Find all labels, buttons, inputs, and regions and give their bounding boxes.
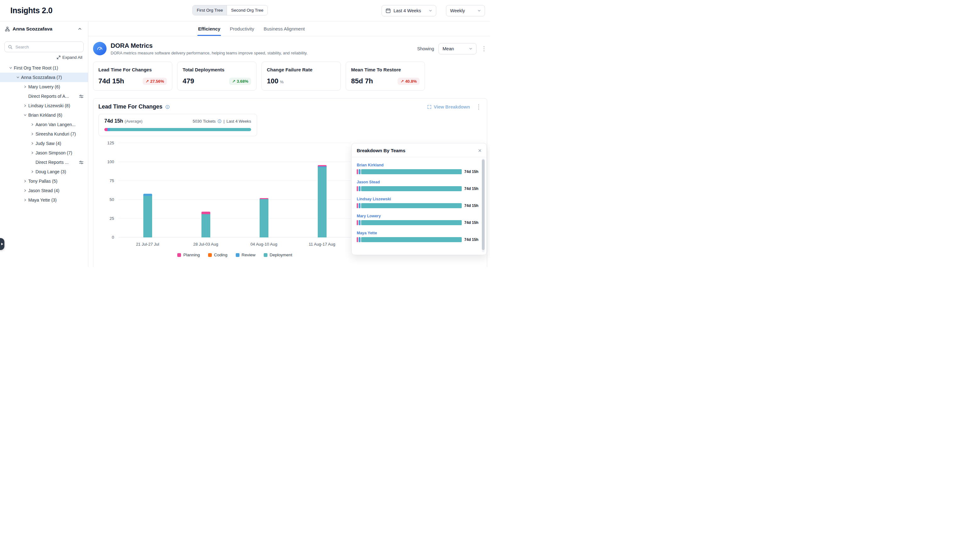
sidebar-root-user: Anna Scozzafava xyxy=(13,26,52,32)
top-bar: Insights 2.0 First Org TreeSecond Org Tr… xyxy=(0,0,490,21)
sidebar-item-lindsay-liszewski-8[interactable]: Lindsay Liszewski (8) xyxy=(0,101,88,110)
dora-controls: Showing Mean ⋮ xyxy=(417,43,487,54)
metric-value-row: 479↗3.68% xyxy=(183,77,251,85)
chevron-right-icon[interactable] xyxy=(29,151,35,155)
team-name-link[interactable]: Lindsay Liszewski xyxy=(357,197,478,201)
legend-swatch-icon xyxy=(236,253,240,257)
bar-28-jul-03-aug[interactable] xyxy=(202,212,210,238)
team-bar-segment-review xyxy=(359,203,361,208)
chevron-down-icon xyxy=(469,47,473,50)
org-hierarchy-icon xyxy=(5,27,10,32)
sidebar-item-label: Jason Stead (4) xyxy=(28,188,59,193)
filter-settings-icon[interactable] xyxy=(79,94,84,99)
x-axis-labels: 21 Jul-27 Jul28 Jul-03 Aug04 Aug-10 Aug1… xyxy=(118,242,351,247)
team-name-link[interactable]: Mary Lowery xyxy=(357,214,478,218)
sidebar-item-label: Anna Scozzafava (7) xyxy=(21,75,62,80)
info-icon[interactable] xyxy=(165,105,170,109)
tab-efficiency[interactable]: Efficiency xyxy=(197,21,221,36)
chevron-right-icon[interactable] xyxy=(22,180,28,183)
gridline-100 xyxy=(118,162,351,162)
sidebar-item-label: Mary Lowery (6) xyxy=(28,84,60,89)
legend-item-coding[interactable]: Coding xyxy=(208,252,228,257)
y-axis-label: 50 xyxy=(99,197,114,202)
sidebar-item-judy-saw-4[interactable]: Judy Saw (4) xyxy=(0,139,88,148)
close-icon[interactable]: × xyxy=(478,148,482,153)
team-name-link[interactable]: Jason Stead xyxy=(357,180,478,184)
x-axis-label: 28 Jul-03 Aug xyxy=(193,242,218,247)
bar-segment-deployment xyxy=(259,199,269,238)
granularity-select[interactable]: Weekly xyxy=(446,5,485,16)
chevron-right-icon[interactable] xyxy=(29,123,35,126)
org-toggle-second-org-tree[interactable]: Second Org Tree xyxy=(227,5,267,15)
sidebar-item-tony-pallas-5[interactable]: Tony Pallas (5) xyxy=(0,177,88,186)
sidebar-item-sireesha-kunduri-7[interactable]: Sireesha Kunduri (7) xyxy=(0,129,88,139)
sidebar-item-maya-yette-3[interactable]: Maya Yette (3) xyxy=(0,195,88,205)
team-value-label: 74d 15h xyxy=(464,187,478,191)
sidebar-item-jason-stead-4[interactable]: Jason Stead (4) xyxy=(0,186,88,195)
sidebar-item-anna-scozzafava-7[interactable]: Anna Scozzafava (7) xyxy=(0,73,88,82)
breakdown-row-mary-lowery: Mary Lowery74d 15h xyxy=(357,214,478,225)
lead-time-kebab-menu-icon[interactable]: ⋮ xyxy=(476,104,482,110)
search-input[interactable] xyxy=(5,41,84,52)
sidebar-expand-handle[interactable] xyxy=(0,238,5,250)
sidebar-item-first-org-tree-root-1[interactable]: First Org Tree Root (1) xyxy=(0,63,88,73)
chevron-down-icon[interactable] xyxy=(22,113,28,117)
info-icon[interactable] xyxy=(218,119,221,123)
filter-settings-icon[interactable] xyxy=(79,160,84,165)
showing-select[interactable]: Mean xyxy=(439,43,476,54)
dora-kebab-menu-icon[interactable]: ⋮ xyxy=(481,46,487,52)
expand-all-button[interactable]: Expand All xyxy=(0,52,88,61)
date-range-select[interactable]: Last 4 Weeks xyxy=(382,5,436,16)
sidebar-item-direct-reports-of-a[interactable]: Direct Reports of A... xyxy=(0,91,88,101)
summary-average-value: 74d 15h xyxy=(104,118,123,124)
chevron-right-icon[interactable] xyxy=(29,142,35,145)
sidebar-item-label: Lindsay Liszewski (8) xyxy=(28,103,70,108)
metric-card-change-failure-rate[interactable]: Change Failure Rate100% xyxy=(261,62,341,91)
sidebar-item-aaron-van-langen[interactable]: Aaron Van Langen... xyxy=(0,120,88,129)
metric-card-mean-time-to-restore[interactable]: Mean Time To Restore85d 7h↗40.8% xyxy=(346,62,425,91)
y-axis-label: 125 xyxy=(99,140,114,145)
metric-delta-value: 40.8% xyxy=(405,79,417,84)
sidebar-collapse-chevron-up-icon[interactable] xyxy=(77,26,83,32)
legend-swatch-icon xyxy=(208,253,212,257)
team-name-link[interactable]: Brian Kirkland xyxy=(357,163,478,167)
sidebar-item-jason-simpson-7[interactable]: Jason Simpson (7) xyxy=(0,148,88,158)
legend-item-deployment[interactable]: Deployment xyxy=(264,252,292,257)
tabs: EfficiencyProductivityBusiness Alignment xyxy=(88,21,490,36)
chevron-down-icon[interactable] xyxy=(8,66,14,70)
bar-11-aug-17-aug[interactable] xyxy=(318,165,326,238)
view-breakdown-button[interactable]: View Breakdown xyxy=(427,104,470,110)
chevron-right-icon[interactable] xyxy=(22,85,28,88)
legend-item-planning[interactable]: Planning xyxy=(177,252,200,257)
chevron-right-icon xyxy=(1,242,3,245)
tab-business-alignment[interactable]: Business Alignment xyxy=(263,21,305,36)
chevron-right-icon[interactable] xyxy=(29,170,35,173)
chevron-right-icon[interactable] xyxy=(29,132,35,135)
chevron-right-icon[interactable] xyxy=(22,104,28,107)
sidebar-item-brian-kirkland-6[interactable]: Brian Kirkland (6) xyxy=(0,110,88,120)
meta-separator: | xyxy=(223,119,224,124)
team-bar-segment-deployment xyxy=(361,203,462,208)
chevron-down-icon[interactable] xyxy=(15,76,21,79)
sidebar-item-direct-reports[interactable]: Direct Reports ... xyxy=(0,158,88,167)
expand-all-icon xyxy=(57,55,60,59)
legend-label: Deployment xyxy=(270,252,292,257)
legend-item-review[interactable]: Review xyxy=(236,252,256,257)
chevron-right-icon[interactable] xyxy=(22,198,28,202)
scrollbar-thumb[interactable] xyxy=(482,159,485,250)
metric-card-lead-time-for-changes[interactable]: Lead Time For Changes74d 15h↗27.56% xyxy=(93,62,172,91)
team-bar-segment-planning xyxy=(357,237,358,242)
summary-period: Last 4 Weeks xyxy=(226,119,251,124)
metric-card-total-deployments[interactable]: Total Deployments479↗3.68% xyxy=(177,62,256,91)
bar-21-jul-27-jul[interactable] xyxy=(143,194,152,238)
sidebar-item-mary-lowery-6[interactable]: Mary Lowery (6) xyxy=(0,82,88,91)
team-name-link[interactable]: Maya Yette xyxy=(357,231,478,235)
sidebar-item-doug-lange-3[interactable]: Doug Lange (3) xyxy=(0,167,88,177)
bar-04-aug-10-aug[interactable] xyxy=(259,198,269,238)
org-toggle-first-org-tree[interactable]: First Org Tree xyxy=(192,5,227,15)
summary-phase-bar xyxy=(104,128,251,131)
chart-legend: PlanningCodingReviewDeployment xyxy=(118,252,351,257)
gridline-25 xyxy=(118,218,351,218)
chevron-right-icon[interactable] xyxy=(22,189,28,192)
tab-productivity[interactable]: Productivity xyxy=(229,21,255,36)
